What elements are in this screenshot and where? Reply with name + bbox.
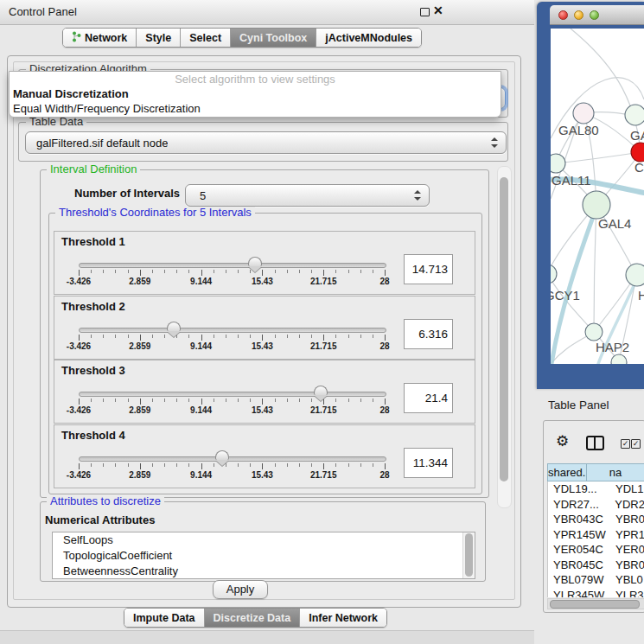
node-gal80[interactable] xyxy=(573,103,594,124)
table-row[interactable]: YLR345WYLR3 xyxy=(548,588,644,598)
slider-track[interactable] xyxy=(79,328,386,333)
attributes-scrollbar-thumb[interactable] xyxy=(465,533,473,577)
threshold-slider[interactable]: -3.4262.8599.14415.4321.71528 xyxy=(79,451,385,482)
panel-title: Control Panel xyxy=(9,5,77,18)
settings-scrollbar[interactable] xyxy=(497,166,512,508)
column-header-shared-name[interactable]: shared... xyxy=(547,463,586,481)
threshold-label: Threshold 3 xyxy=(61,364,125,377)
node-label-hap2: HAP2 xyxy=(596,340,629,354)
zoom-traffic-light[interactable] xyxy=(590,10,599,20)
table-row[interactable]: YBR045CYBR0 xyxy=(548,558,644,573)
slider-thumb[interactable] xyxy=(167,322,181,331)
tab-style[interactable]: Style xyxy=(137,29,181,47)
slider-thumb[interactable] xyxy=(248,257,262,266)
tick-label: 21.715 xyxy=(310,470,337,480)
network-window-titlebar[interactable] xyxy=(550,5,644,25)
table-row[interactable]: YBR043CYBR0 xyxy=(548,512,644,527)
table-hscrollbar-thumb[interactable] xyxy=(550,600,640,609)
threshold-value-field[interactable]: 14.713 xyxy=(404,254,453,284)
attribute-list-item[interactable]: TopologicalCoefficient xyxy=(53,548,475,564)
table-row[interactable]: YDL19...YDL1 xyxy=(548,481,644,497)
columns-icon[interactable] xyxy=(586,436,604,450)
tab-select[interactable]: Select xyxy=(181,29,231,47)
cell-name: YER0 xyxy=(612,542,644,558)
table-panel: ⚙ ✓ ✓ shared... na YDL19...YDL1YDR27...Y… xyxy=(543,420,644,613)
checkbox-icon[interactable]: ✓ xyxy=(631,439,641,449)
slider-track[interactable] xyxy=(79,263,386,268)
tick-label: 2.859 xyxy=(129,341,150,351)
cell-name: YDR2 xyxy=(611,497,644,513)
slider-thumb[interactable] xyxy=(314,386,328,395)
dropdown-item-equal-width[interactable]: Equal Width/Frequency Discretization xyxy=(10,101,501,116)
threshold-slider[interactable]: -3.4262.8599.14415.4321.71528 xyxy=(79,386,385,418)
checkbox-icon[interactable]: ✓ xyxy=(621,439,630,449)
attributes-list-scrollbar[interactable] xyxy=(462,532,475,578)
tab-label: Impute Data xyxy=(133,612,195,624)
tick-label: -3.426 xyxy=(67,470,91,480)
table-horizontal-scrollbar[interactable] xyxy=(547,598,644,609)
table-row[interactable]: YPR145WYPR1 xyxy=(548,527,644,543)
node-gcy1[interactable] xyxy=(551,265,557,284)
tick-label: -3.426 xyxy=(67,341,91,351)
table-panel-title: Table Panel xyxy=(548,399,609,411)
table-data-combobox[interactable]: galFiltered.sif default node xyxy=(25,131,507,154)
close-traffic-light[interactable] xyxy=(558,10,568,20)
threshold-value-field[interactable]: 11.344 xyxy=(404,448,453,478)
close-icon[interactable]: ✕ xyxy=(433,3,443,17)
attribute-list-item[interactable]: BetweennessCentrality xyxy=(53,564,475,579)
cell-name: YBR0 xyxy=(612,512,644,527)
node-hap2[interactable] xyxy=(585,323,603,341)
node-partial-top[interactable] xyxy=(625,105,644,125)
tab-discretize-data[interactable]: Discretize Data xyxy=(205,609,301,627)
threshold-slider[interactable]: -3.4262.8599.14415.4321.71528 xyxy=(79,258,385,289)
attributes-list[interactable]: SelfLoopsTopologicalCoefficientBetweenne… xyxy=(52,532,475,579)
table-row[interactable]: YDR27...YDR2 xyxy=(548,497,644,513)
control-panel-tabs: Network Style Select Cyni Toolbox jActiv… xyxy=(62,28,422,48)
num-intervals-combobox[interactable]: 5 xyxy=(185,184,430,207)
table-row[interactable]: YBL079WYBL0 xyxy=(548,572,644,588)
num-intervals-label: Number of Intervals xyxy=(74,187,180,200)
node-partial-bottom[interactable] xyxy=(611,354,627,364)
tick-label: 9.144 xyxy=(190,341,212,351)
tab-cyni-toolbox[interactable]: Cyni Toolbox xyxy=(231,29,316,47)
tab-impute-data[interactable]: Impute Data xyxy=(124,609,205,627)
slider-thumb[interactable] xyxy=(215,450,229,460)
tick-label: 21.715 xyxy=(310,341,337,351)
table-header-row: shared... na xyxy=(547,463,644,481)
network-canvas[interactable]: GAL80 GA C GAL11 GAL4 GCY1 H HAP2 xyxy=(551,29,644,364)
cell-shared-name: YBL079W xyxy=(548,572,612,588)
slider-track[interactable] xyxy=(79,392,386,397)
tab-infer-network[interactable]: Infer Network xyxy=(300,609,386,627)
table-data-value: galFiltered.sif default node xyxy=(26,137,168,150)
dropdown-item-manual-discretization[interactable]: Manual Discretization xyxy=(10,86,501,101)
cell-shared-name: YDL19... xyxy=(548,481,612,497)
threshold-label: Threshold 4 xyxy=(61,429,125,442)
threshold-slider[interactable]: -3.4262.8599.14415.4321.71528 xyxy=(79,322,385,354)
cell-shared-name: YPR145W xyxy=(548,527,612,543)
minimize-traffic-light[interactable] xyxy=(574,10,583,20)
dropdown-item-placeholder[interactable]: Select algorithm to view settings xyxy=(10,72,501,86)
table-row[interactable]: YER054CYER0 xyxy=(548,542,644,558)
tab-label: jActiveMNodules xyxy=(325,32,412,44)
tab-label: Infer Network xyxy=(309,612,378,624)
tick-label: 15.43 xyxy=(252,277,273,286)
cyni-bottom-tabs: Impute Data Discretize Data Infer Networ… xyxy=(124,608,387,628)
tick-label: 2.859 xyxy=(129,470,150,480)
attribute-list-item[interactable]: SelfLoops xyxy=(53,532,475,548)
float-window-icon[interactable] xyxy=(420,8,430,16)
column-header-name[interactable]: na xyxy=(586,463,644,481)
slider-track[interactable] xyxy=(79,456,386,462)
apply-button[interactable]: Apply xyxy=(213,580,268,599)
gear-icon[interactable]: ⚙ xyxy=(556,434,569,449)
node-gal4[interactable] xyxy=(583,191,610,219)
tab-network[interactable]: Network xyxy=(63,29,137,47)
tab-jactivemnodules[interactable]: jActiveMNodules xyxy=(316,29,421,47)
node-gal11[interactable] xyxy=(551,154,565,173)
threshold-value-field[interactable]: 6.316 xyxy=(404,319,453,349)
tick-label: 21.715 xyxy=(310,405,337,415)
threshold-value-field[interactable]: 21.4 xyxy=(404,383,453,413)
settings-scrollbar-thumb[interactable] xyxy=(500,177,508,481)
node-h[interactable] xyxy=(626,264,644,286)
tick-label: 9.144 xyxy=(190,470,212,480)
cell-name: YBR0 xyxy=(612,558,644,573)
